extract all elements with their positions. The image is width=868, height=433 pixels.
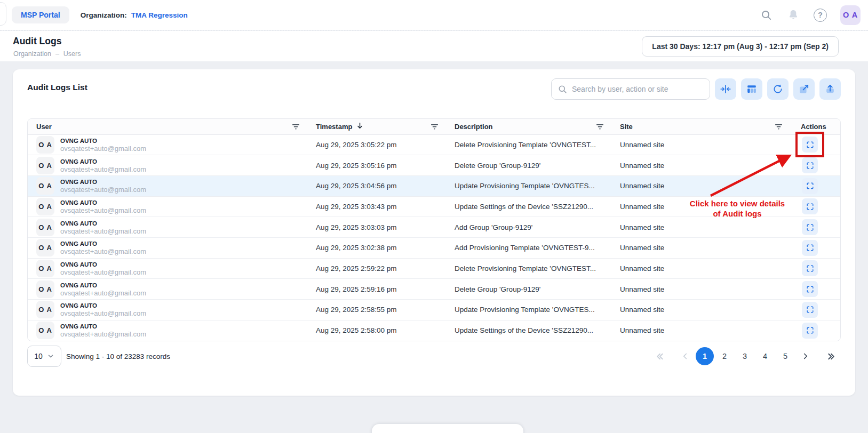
site-cell: Unnamed site <box>611 196 790 217</box>
page-button-3[interactable]: 3 <box>735 347 754 366</box>
row-avatar: O A <box>36 177 54 195</box>
collapse-columns-button[interactable] <box>715 78 736 100</box>
table-row[interactable]: O A OVNG AUTO ovsqatest+auto@gmail.com A… <box>28 155 841 176</box>
chevron-left-icon <box>680 351 690 361</box>
date-range-button[interactable]: Last 30 Days: 12:17 pm (Aug 3) - 12:17 p… <box>642 36 839 57</box>
table-row[interactable]: O A OVNG AUTO ovsqatest+auto@gmail.com A… <box>28 279 841 300</box>
page-button-5[interactable]: 5 <box>776 347 795 366</box>
breadcrumb-users[interactable]: Users <box>63 50 81 58</box>
table-row[interactable]: O A OVNG AUTO ovsqatest+auto@gmail.com A… <box>28 196 841 217</box>
expand-row-button[interactable] <box>802 157 818 173</box>
expand-row-button[interactable] <box>802 178 818 194</box>
column-label-user: User <box>36 123 52 131</box>
user-email: ovsqatest+auto@gmail.com <box>60 289 146 297</box>
description-cell: Add Provisioning Template 'OVNGTEST-9... <box>446 237 611 258</box>
table-row[interactable]: O A OVNG AUTO ovsqatest+auto@gmail.com A… <box>28 237 841 258</box>
organization-label: Organization: <box>81 11 127 19</box>
timestamp-cell: Aug 29, 2025 3:04:56 pm <box>307 175 446 196</box>
filter-icon-user[interactable] <box>292 123 300 131</box>
page-button-4[interactable]: 4 <box>755 347 775 366</box>
expand-row-button[interactable] <box>802 198 818 214</box>
open-in-new-button[interactable] <box>793 78 815 100</box>
expand-row-button[interactable] <box>802 240 818 256</box>
expand-row-button[interactable] <box>802 302 818 318</box>
table-header-row: User Timestamp Description <box>28 119 841 134</box>
description-cell: Delete Group 'Group-9129' <box>446 155 611 176</box>
user-email: ovsqatest+auto@gmail.com <box>60 309 146 317</box>
expand-icon <box>806 285 815 294</box>
table-row[interactable]: O A OVNG AUTO ovsqatest+auto@gmail.com A… <box>28 175 841 196</box>
msp-portal-button[interactable]: MSP Portal <box>12 6 69 23</box>
page-title: Audit Logs <box>13 36 61 47</box>
filter-icon-timestamp[interactable] <box>431 123 439 131</box>
audit-logs-card: Audit Logs List User <box>13 69 855 396</box>
column-header-site[interactable]: Site <box>611 119 790 134</box>
expand-row-button[interactable] <box>802 281 818 297</box>
page-button-2[interactable]: 2 <box>715 347 734 366</box>
page-size-value: 10 <box>34 352 43 360</box>
site-cell: Unnamed site <box>611 175 790 196</box>
bell-icon[interactable] <box>786 8 800 22</box>
user-cell: O A OVNG AUTO ovsqatest+auto@gmail.com <box>36 157 300 174</box>
search-icon[interactable] <box>759 8 773 22</box>
expand-row-button[interactable] <box>802 219 818 235</box>
table-row[interactable]: O A OVNG AUTO ovsqatest+auto@gmail.com A… <box>28 134 841 155</box>
description-cell: Add Group 'Group-9129' <box>446 217 611 238</box>
table-row[interactable]: O A OVNG AUTO ovsqatest+auto@gmail.com A… <box>28 217 841 238</box>
user-cell: O A OVNG AUTO ovsqatest+auto@gmail.com <box>36 177 300 195</box>
user-email: ovsqatest+auto@gmail.com <box>60 145 146 153</box>
page-button-1[interactable]: 1 <box>696 347 714 365</box>
row-avatar: O A <box>36 280 54 298</box>
search-input-icon <box>558 84 568 94</box>
first-page-button[interactable] <box>650 347 669 366</box>
chevron-down-icon <box>47 352 54 360</box>
help-icon[interactable]: ? <box>814 9 827 22</box>
description-cell: Update Settings of the Device 'SSZ21290.… <box>446 196 611 217</box>
collapse-columns-icon <box>720 83 731 95</box>
next-page-button[interactable] <box>796 347 815 366</box>
column-header-description[interactable]: Description <box>446 119 611 134</box>
timestamp-cell: Aug 29, 2025 3:05:22 pm <box>307 134 446 155</box>
description-cell: Delete Provisioning Template 'OVNGTEST..… <box>446 134 611 155</box>
table-row[interactable]: O A OVNG AUTO ovsqatest+auto@gmail.com A… <box>28 300 841 320</box>
column-header-user[interactable]: User <box>28 119 307 134</box>
filter-icon-description[interactable] <box>596 123 604 131</box>
refresh-button[interactable] <box>767 78 789 100</box>
row-avatar: O A <box>36 239 54 256</box>
timestamp-cell: Aug 29, 2025 3:03:03 pm <box>307 217 446 238</box>
export-icon <box>824 83 836 95</box>
site-cell: Unnamed site <box>611 258 790 279</box>
breadcrumb: Organization – Users <box>13 50 81 58</box>
sort-desc-icon[interactable] <box>356 122 364 131</box>
columns-button[interactable] <box>741 78 762 100</box>
open-in-new-icon <box>798 83 810 95</box>
column-header-timestamp[interactable]: Timestamp <box>307 119 446 134</box>
site-cell: Unnamed site <box>611 155 790 176</box>
columns-icon <box>746 83 758 95</box>
expand-row-button[interactable] <box>802 137 818 153</box>
user-email: ovsqatest+auto@gmail.com <box>60 247 146 255</box>
last-page-button[interactable] <box>822 347 841 366</box>
breadcrumb-organization[interactable]: Organization <box>13 50 51 58</box>
prev-page-button[interactable] <box>675 347 695 366</box>
table-row[interactable]: O A OVNG AUTO ovsqatest+auto@gmail.com A… <box>28 258 841 279</box>
user-avatar[interactable]: O A <box>840 5 861 25</box>
user-cell: O A OVNG AUTO ovsqatest+auto@gmail.com <box>36 219 300 236</box>
filter-icon-site[interactable] <box>775 123 783 131</box>
site-cell: Unnamed site <box>611 300 790 320</box>
organization-value[interactable]: TMA Regression <box>131 11 188 19</box>
row-avatar: O A <box>36 157 54 174</box>
sidebar-collapsed-edge[interactable] <box>0 2 6 26</box>
page-size-select[interactable]: 10 <box>27 346 61 367</box>
topbar: MSP Portal Organization: TMA Regression … <box>0 0 868 30</box>
search-input[interactable] <box>551 78 710 100</box>
timestamp-cell: Aug 29, 2025 3:05:16 pm <box>307 155 446 176</box>
bottom-sheet-handle <box>372 424 523 433</box>
expand-row-button[interactable] <box>802 260 818 276</box>
description-cell: Update Provisioning Template 'OVNGTES... <box>446 175 611 196</box>
table-row[interactable]: O A OVNG AUTO ovsqatest+auto@gmail.com A… <box>28 320 841 341</box>
export-button[interactable] <box>819 78 841 100</box>
expand-row-button[interactable] <box>802 323 818 339</box>
audit-table-body: O A OVNG AUTO ovsqatest+auto@gmail.com A… <box>28 134 841 341</box>
row-avatar: O A <box>36 301 54 318</box>
